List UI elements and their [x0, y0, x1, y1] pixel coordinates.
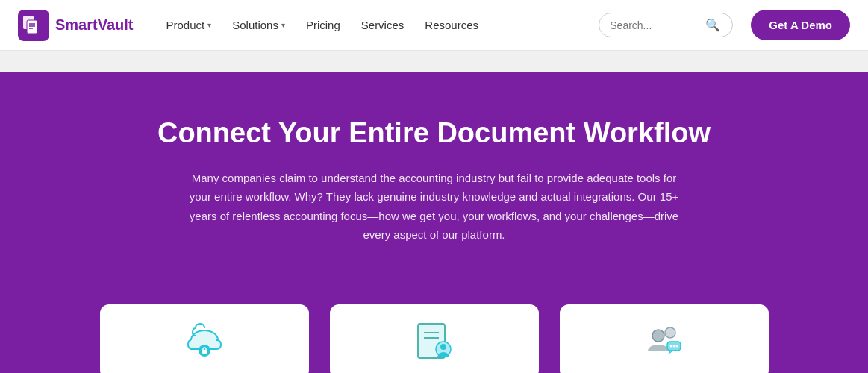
- logo[interactable]: SmartVault: [18, 10, 134, 41]
- svg-point-19: [672, 345, 675, 347]
- navbar: SmartVault Product ▾ Solutions ▾ Pricing…: [0, 0, 868, 51]
- svg-point-18: [669, 345, 672, 347]
- logo-icon: [18, 10, 49, 41]
- card-cloud: [100, 304, 309, 373]
- get-demo-button[interactable]: Get A Demo: [751, 10, 850, 40]
- hero-subtitle: Many companies claim to understand the a…: [188, 169, 681, 245]
- card-people: [560, 304, 769, 373]
- nav-item-pricing[interactable]: Pricing: [297, 13, 349, 37]
- search-input[interactable]: [610, 19, 699, 31]
- cards-row: [0, 304, 868, 373]
- chevron-down-icon: ▾: [281, 21, 285, 29]
- nav-item-resources[interactable]: Resources: [416, 13, 487, 37]
- svg-point-16: [665, 327, 675, 338]
- nav-item-services[interactable]: Services: [352, 13, 413, 37]
- nav-item-product[interactable]: Product ▾: [157, 13, 221, 37]
- nav-links: Product ▾ Solutions ▾ Pricing Services R…: [157, 13, 593, 37]
- logo-text: SmartVault: [55, 16, 134, 34]
- svg-point-14: [440, 344, 446, 350]
- search-icon[interactable]: 🔍: [705, 18, 720, 32]
- people-chat-icon: [640, 318, 688, 366]
- svg-point-15: [652, 330, 664, 342]
- search-bar: 🔍: [599, 13, 733, 37]
- document-person-icon: [410, 318, 458, 366]
- nav-item-solutions[interactable]: Solutions ▾: [223, 13, 294, 37]
- cloud-lock-icon: [181, 318, 228, 366]
- hero-title: Connect Your Entire Document Workflow: [157, 116, 711, 151]
- chevron-down-icon: ▾: [207, 21, 211, 29]
- svg-rect-2: [27, 20, 37, 34]
- gray-strip: [0, 51, 868, 72]
- hero-section: Connect Your Entire Document Workflow Ma…: [0, 72, 868, 304]
- card-document: [330, 304, 539, 373]
- svg-point-20: [675, 345, 678, 347]
